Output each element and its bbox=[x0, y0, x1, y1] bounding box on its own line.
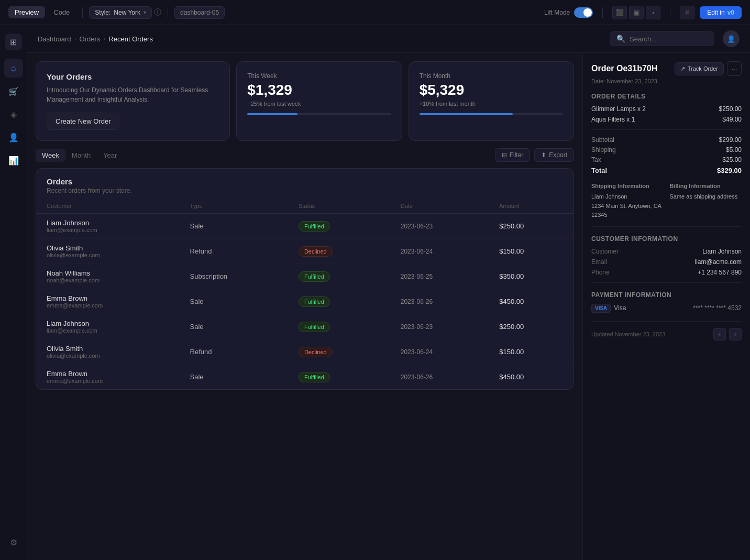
customer-email: olivia@example.com bbox=[47, 252, 169, 258]
customer-cell: Noah Williams noah@example.com bbox=[36, 264, 180, 289]
orders-table: Customer Type Status Date Amount Liam Jo… bbox=[36, 199, 573, 389]
col-date: Date bbox=[390, 199, 489, 214]
status-cell: Declined bbox=[288, 339, 390, 365]
amount-cell: $450.00 bbox=[489, 289, 573, 314]
ci-customer-value: Liam Johnson bbox=[702, 248, 742, 255]
toolbar-right: Lift Mode ⬛ ▣ ▪ ⎘ Edit in v0 bbox=[544, 6, 742, 19]
breadcrumb-dashboard[interactable]: Dashboard bbox=[38, 35, 71, 43]
desktop-view-btn[interactable]: ⬛ bbox=[612, 6, 627, 19]
mobile-view-btn[interactable]: ▪ bbox=[646, 6, 660, 19]
status-badge: Fulfilled bbox=[299, 271, 330, 282]
status-badge: Fulfilled bbox=[299, 372, 330, 382]
type-text: Subscription bbox=[190, 272, 228, 280]
preview-tab[interactable]: Preview bbox=[8, 6, 45, 18]
table-row[interactable]: Liam Johnson liam@example.com Sale Fulfi… bbox=[36, 214, 573, 239]
shipping-address: 1234 Main St. Anytown, CA 12345 bbox=[591, 202, 664, 220]
sidebar-item-reports[interactable]: 📊 bbox=[4, 151, 23, 170]
table-row[interactable]: Liam Johnson liam@example.com Sale Fulfi… bbox=[36, 314, 573, 339]
tablet-view-btn[interactable]: ▣ bbox=[629, 6, 644, 19]
visa-icon: VISA bbox=[591, 304, 611, 313]
status-cell: Fulfilled bbox=[288, 264, 390, 289]
period-tab-week[interactable]: Week bbox=[36, 149, 65, 162]
route-badge: dashboard-05 bbox=[174, 6, 225, 19]
payment-section: Payment Information VISA Visa **** **** … bbox=[591, 291, 742, 313]
export-button[interactable]: ⬆ Export bbox=[534, 148, 574, 162]
search-icon: 🔍 bbox=[616, 35, 625, 43]
amount-text: $250.00 bbox=[499, 222, 524, 230]
search-input[interactable] bbox=[630, 35, 708, 43]
copy-icon[interactable]: ⎘ bbox=[680, 6, 694, 19]
date-text: 2023-06-23 bbox=[401, 323, 433, 331]
sidebar-item-users[interactable]: 👤 bbox=[4, 128, 23, 147]
status-badge: Declined bbox=[299, 347, 333, 357]
view-buttons: ⬛ ▣ ▪ bbox=[612, 6, 660, 19]
prev-order-button[interactable]: ‹ bbox=[713, 328, 726, 341]
customer-email: olivia@example.com bbox=[47, 353, 169, 359]
breadcrumb-orders[interactable]: Orders bbox=[80, 35, 101, 43]
sidebar-item-orders[interactable]: 🛒 bbox=[4, 82, 23, 101]
breadcrumb-recent-orders: Recent Orders bbox=[108, 35, 153, 43]
customer-name: Liam Johnson bbox=[47, 219, 169, 227]
col-type: Type bbox=[180, 199, 288, 214]
status-badge: Fulfilled bbox=[299, 297, 330, 307]
tax-value: $25.00 bbox=[722, 156, 742, 163]
table-row[interactable]: Olivia Smith olivia@example.com Refund D… bbox=[36, 239, 573, 264]
customer-email: liam@example.com bbox=[47, 227, 169, 233]
table-row[interactable]: Emma Brown emma@example.com Sale Fulfill… bbox=[36, 365, 573, 390]
stat-amount-week: $1,329 bbox=[247, 82, 391, 98]
info-icon[interactable]: ⓘ bbox=[154, 8, 161, 17]
stat-label-month: This Month bbox=[420, 72, 563, 80]
customer-name: Olivia Smith bbox=[47, 345, 169, 353]
create-new-order-button[interactable]: Create New Order bbox=[47, 113, 119, 130]
period-tab-month[interactable]: Month bbox=[65, 149, 97, 162]
more-options-button[interactable]: ··· bbox=[727, 61, 742, 76]
shipping-name: Liam Johnson bbox=[591, 192, 664, 202]
status-cell: Fulfilled bbox=[288, 365, 390, 390]
status-cell: Declined bbox=[288, 239, 390, 264]
tax-row: Tax $25.00 bbox=[591, 156, 742, 163]
customer-cell: Olivia Smith olivia@example.com bbox=[36, 339, 180, 365]
amount-cell: $250.00 bbox=[489, 214, 573, 239]
table-row[interactable]: Noah Williams noah@example.com Subscript… bbox=[36, 264, 573, 289]
order-line-2: Aqua Filters x 1 $49.00 bbox=[591, 116, 742, 123]
line-item-name-1: Glimmer Lamps x 2 bbox=[591, 105, 646, 113]
period-tab-year[interactable]: Year bbox=[97, 149, 123, 162]
logo-icon: ⊞ bbox=[10, 37, 17, 47]
amount-text: $150.00 bbox=[499, 247, 524, 255]
tax-label: Tax bbox=[591, 156, 601, 163]
filter-button[interactable]: ⊟ Filter bbox=[495, 148, 531, 162]
code-tab[interactable]: Code bbox=[47, 6, 76, 18]
settings-icon[interactable]: ⚙ bbox=[4, 533, 23, 552]
breadcrumb-sep-2: › bbox=[103, 35, 105, 42]
user-avatar[interactable]: 👤 bbox=[723, 30, 740, 47]
customer-info-title: Customer Information bbox=[591, 235, 742, 243]
customer-cell: Liam Johnson liam@example.com bbox=[36, 314, 180, 339]
divider-3 bbox=[591, 282, 742, 283]
sidebar-item-home[interactable]: ⌂ bbox=[4, 59, 23, 78]
table-row[interactable]: Olivia Smith olivia@example.com Refund D… bbox=[36, 339, 573, 365]
line-item-price-1: $250.00 bbox=[719, 105, 742, 113]
order-title: Order Oe31b70H bbox=[591, 64, 675, 73]
customer-name: Emma Brown bbox=[47, 294, 169, 302]
period-tabs-row: Week Month Year ⊟ Filter ⬆ Export bbox=[36, 148, 574, 162]
table-row[interactable]: Emma Brown emma@example.com Sale Fulfill… bbox=[36, 289, 573, 314]
shipping-row: Shipping $5.00 bbox=[591, 146, 742, 153]
lift-mode-toggle[interactable] bbox=[574, 7, 593, 18]
billing-info-title: Billing Information bbox=[670, 183, 742, 189]
customer-email: emma@example.com bbox=[47, 302, 169, 309]
app-body: ⊞ ⌂ 🛒 ◈ 👤 📊 ⚙ Dashboard › Orders › Recen… bbox=[0, 25, 750, 560]
visa-badge: VISA Visa bbox=[591, 304, 626, 313]
edit-in-button[interactable]: Edit in v0 bbox=[700, 6, 742, 19]
stat-bar-fill-month bbox=[420, 113, 513, 115]
next-order-button[interactable]: › bbox=[729, 328, 742, 341]
style-selector[interactable]: Style: New York ▾ bbox=[89, 6, 152, 19]
track-order-button[interactable]: ↗ Track Order bbox=[675, 62, 724, 75]
sidebar: ⊞ ⌂ 🛒 ◈ 👤 📊 ⚙ bbox=[0, 25, 27, 560]
sidebar-item-analytics[interactable]: ◈ bbox=[4, 105, 23, 124]
breadcrumb-sep-1: › bbox=[74, 35, 76, 42]
track-icon: ↗ bbox=[680, 65, 685, 72]
card-number: **** **** **** 4532 bbox=[693, 304, 742, 312]
payment-row: VISA Visa **** **** **** 4532 bbox=[591, 304, 742, 313]
date-text: 2023-06-23 bbox=[401, 223, 433, 230]
amount-cell: $450.00 bbox=[489, 365, 573, 390]
